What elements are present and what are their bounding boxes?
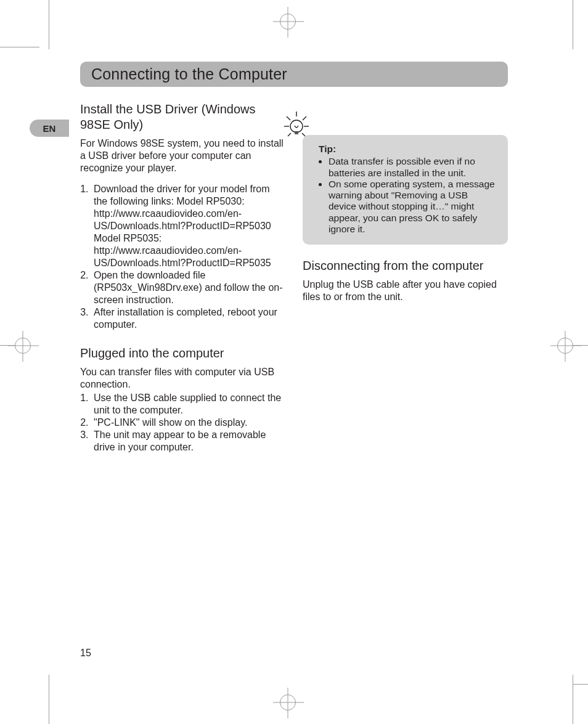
registration-mark-icon	[557, 338, 573, 354]
svg-line-7	[302, 133, 305, 136]
section-title: Connecting to the Computer	[80, 62, 508, 87]
paragraph: You can transfer files with computer via…	[80, 366, 285, 391]
crop-mark	[49, 0, 49, 49]
page-content: EN Connecting to the Computer Install th…	[80, 62, 508, 662]
plugged-steps-list: Use the USB cable supplied to connect th…	[80, 392, 285, 454]
crop-mark	[49, 675, 49, 724]
svg-line-6	[288, 133, 291, 136]
lightbulb-icon	[279, 105, 314, 140]
list-item: The unit may appear to be a removable dr…	[91, 429, 285, 454]
svg-line-2	[287, 116, 290, 120]
right-column: Tip: Data transfer is possible even if n…	[303, 102, 508, 454]
tip-label: Tip:	[319, 144, 497, 155]
list-item: After installation is completed, reboot …	[91, 306, 285, 331]
list-item: Data transfer is possible even if no bat…	[329, 156, 497, 179]
paragraph: Unplug the USB cable after you have copi…	[303, 279, 508, 303]
heading-plugged: Plugged into the computer	[80, 346, 285, 361]
list-item: Download the driver for your model from …	[91, 183, 285, 269]
crop-mark	[573, 0, 573, 49]
crop-mark	[573, 675, 573, 724]
svg-line-3	[303, 116, 306, 120]
registration-mark-icon	[15, 338, 31, 354]
crop-mark	[573, 684, 588, 685]
language-label: EN	[43, 123, 56, 134]
install-steps-list: Download the driver for your model from …	[80, 183, 285, 331]
list-item: On some operating system, a message warn…	[329, 179, 497, 235]
registration-mark-icon	[280, 694, 296, 710]
two-column-layout: Install the USB Driver (Windows 98SE Onl…	[80, 102, 508, 454]
list-item: Open the downloaded file (RP503x_Win98Dr…	[91, 269, 285, 306]
heading-disconnect: Disconnecting from the computer	[303, 258, 508, 274]
registration-mark-icon	[280, 14, 296, 30]
language-tab: EN	[30, 120, 69, 137]
page-number: 15	[80, 648, 91, 659]
svg-point-0	[290, 120, 303, 132]
list-item: "PC-LINK" will show on the display.	[91, 417, 285, 429]
list-item: Use the USB cable supplied to connect th…	[91, 392, 285, 417]
tip-list: Data transfer is possible even if no bat…	[319, 156, 497, 235]
paragraph: For Windows 98SE system, you need to ins…	[80, 137, 285, 174]
tip-callout: Tip: Data transfer is possible even if n…	[303, 135, 508, 245]
crop-mark	[0, 47, 39, 47]
heading-install-driver: Install the USB Driver (Windows 98SE Onl…	[80, 102, 285, 132]
left-column: Install the USB Driver (Windows 98SE Onl…	[80, 102, 285, 454]
